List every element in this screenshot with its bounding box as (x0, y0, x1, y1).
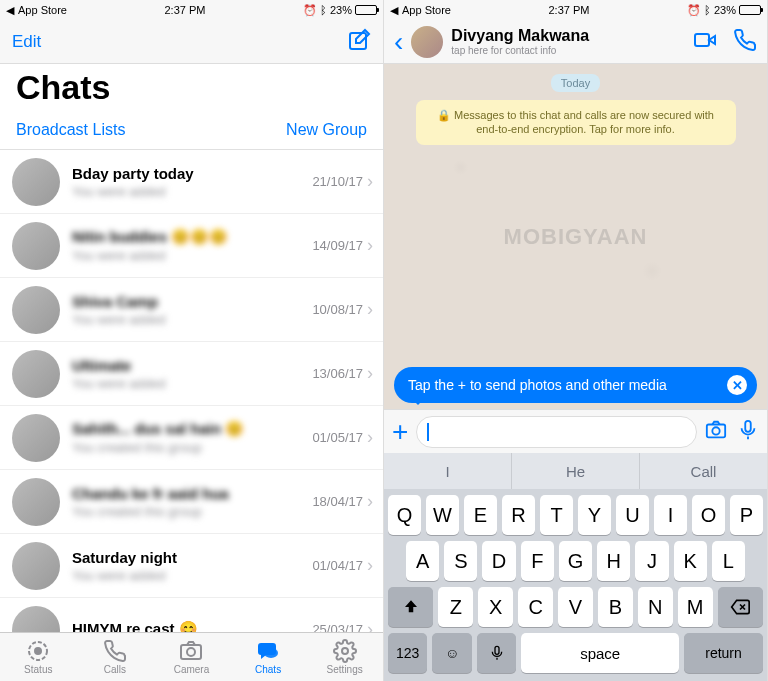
key-w[interactable]: W (426, 495, 459, 535)
key-dictate[interactable] (477, 633, 516, 673)
nav-bar: Edit (0, 20, 383, 64)
suggestion[interactable]: Call (640, 453, 767, 489)
chat-name: Chandu ke fr aaid hua (72, 485, 306, 502)
back-button[interactable]: ‹ (394, 28, 403, 56)
chat-date: 25/03/17 (312, 622, 363, 632)
key-backspace[interactable] (718, 587, 763, 627)
key-v[interactable]: V (558, 587, 593, 627)
key-m[interactable]: M (678, 587, 713, 627)
key-n[interactable]: N (638, 587, 673, 627)
chat-date: 10/08/17 (312, 302, 363, 317)
key-k[interactable]: K (674, 541, 707, 581)
key-r[interactable]: R (502, 495, 535, 535)
tab-settings[interactable]: Settings (306, 633, 383, 681)
attach-plus-icon[interactable]: + (392, 418, 408, 446)
svg-point-9 (712, 427, 719, 434)
status-bar: ◀ App Store 2:37 PM ⏰ ᛒ 23% (0, 0, 383, 20)
contact-avatar[interactable] (411, 26, 443, 58)
encryption-notice[interactable]: 🔒 Messages to this chat and calls are no… (416, 100, 736, 145)
battery-percent: 23% (330, 4, 352, 16)
compose-icon[interactable] (347, 28, 371, 56)
chat-avatar (12, 478, 60, 526)
key-c[interactable]: C (518, 587, 553, 627)
key-return[interactable]: return (684, 633, 763, 673)
chat-preview: You created this group (72, 504, 306, 519)
contact-title[interactable]: Divyang Makwana tap here for contact inf… (451, 27, 685, 56)
chevron-right-icon: › (367, 427, 373, 448)
chat-date: 21/10/17 (312, 174, 363, 189)
key-u[interactable]: U (616, 495, 649, 535)
chat-list[interactable]: Bday party todayYou were added21/10/17›N… (0, 150, 383, 632)
edit-button[interactable]: Edit (12, 32, 41, 52)
tab-status[interactable]: Status (0, 633, 77, 681)
chat-name: HIMYM re cast 😊 (72, 620, 306, 633)
back-to-app-label[interactable]: App Store (18, 4, 67, 16)
key-emoji[interactable]: ☺ (432, 633, 471, 673)
chat-row[interactable]: Nitin buddies 😊😊😊You were added14/09/17› (0, 214, 383, 278)
tab-calls[interactable]: Calls (77, 633, 154, 681)
chat-row[interactable]: Saturday nightYou were added01/04/17› (0, 534, 383, 598)
chat-header: ‹ Divyang Makwana tap here for contact i… (384, 20, 767, 64)
key-g[interactable]: G (559, 541, 592, 581)
key-shift[interactable] (388, 587, 433, 627)
suggestion[interactable]: He (512, 453, 640, 489)
status-time: 2:37 PM (548, 4, 589, 16)
alarm-icon: ⏰ (303, 4, 317, 17)
chat-date: 01/05/17 (312, 430, 363, 445)
new-group-link[interactable]: New Group (286, 121, 367, 139)
key-h[interactable]: H (597, 541, 630, 581)
tab-chats-label: Chats (255, 664, 281, 675)
key-j[interactable]: J (635, 541, 668, 581)
chat-preview: You were added (72, 568, 306, 583)
key-s[interactable]: S (444, 541, 477, 581)
chat-date: 18/04/17 (312, 494, 363, 509)
chat-row[interactable]: Shiva CampYou were added10/08/17› (0, 278, 383, 342)
battery-icon (355, 5, 377, 15)
chevron-right-icon: › (367, 235, 373, 256)
tab-camera[interactable]: Camera (153, 633, 230, 681)
key-d[interactable]: D (482, 541, 515, 581)
chevron-right-icon: › (367, 555, 373, 576)
key-space[interactable]: space (521, 633, 679, 673)
key-y[interactable]: Y (578, 495, 611, 535)
tab-chats[interactable]: Chats (230, 633, 307, 681)
camera-icon[interactable] (705, 419, 727, 445)
key-123[interactable]: 123 (388, 633, 427, 673)
key-e[interactable]: E (464, 495, 497, 535)
key-o[interactable]: O (692, 495, 725, 535)
key-f[interactable]: F (521, 541, 554, 581)
svg-rect-7 (695, 34, 709, 46)
key-l[interactable]: L (712, 541, 745, 581)
media-tooltip[interactable]: Tap the + to send photos and other media… (394, 367, 757, 403)
battery-percent: 23% (714, 4, 736, 16)
key-p[interactable]: P (730, 495, 763, 535)
tooltip-close-icon[interactable]: ✕ (727, 375, 747, 395)
chat-row[interactable]: HIMYM re cast 😊25/03/17› (0, 598, 383, 632)
key-z[interactable]: Z (438, 587, 473, 627)
key-b[interactable]: B (598, 587, 633, 627)
chat-date: 01/04/17 (312, 558, 363, 573)
chat-row[interactable]: Sahith... dus sal hain 😊You created this… (0, 406, 383, 470)
chat-row[interactable]: UltimateYou were added13/06/17› (0, 342, 383, 406)
chat-name: Ultimate (72, 357, 306, 374)
broadcast-lists-link[interactable]: Broadcast Lists (16, 121, 125, 139)
chat-row[interactable]: Chandu ke fr aaid huaYou created this gr… (0, 470, 383, 534)
message-input[interactable] (416, 416, 697, 448)
chat-preview: You were added (72, 184, 306, 199)
chat-body[interactable]: Today 🔒 Messages to this chat and calls … (384, 64, 767, 409)
key-q[interactable]: Q (388, 495, 421, 535)
key-t[interactable]: T (540, 495, 573, 535)
key-x[interactable]: X (478, 587, 513, 627)
mic-icon[interactable] (737, 419, 759, 445)
suggestion[interactable]: I (384, 453, 512, 489)
back-to-app-label[interactable]: App Store (402, 4, 451, 16)
voice-call-icon[interactable] (733, 28, 757, 56)
key-i[interactable]: I (654, 495, 687, 535)
chat-avatar (12, 414, 60, 462)
key-a[interactable]: A (406, 541, 439, 581)
svg-point-6 (342, 648, 348, 654)
video-call-icon[interactable] (693, 28, 717, 56)
page-title: Chats (0, 64, 383, 115)
status-bar: ◀ App Store 2:37 PM ⏰ ᛒ 23% (384, 0, 767, 20)
chat-row[interactable]: Bday party todayYou were added21/10/17› (0, 150, 383, 214)
